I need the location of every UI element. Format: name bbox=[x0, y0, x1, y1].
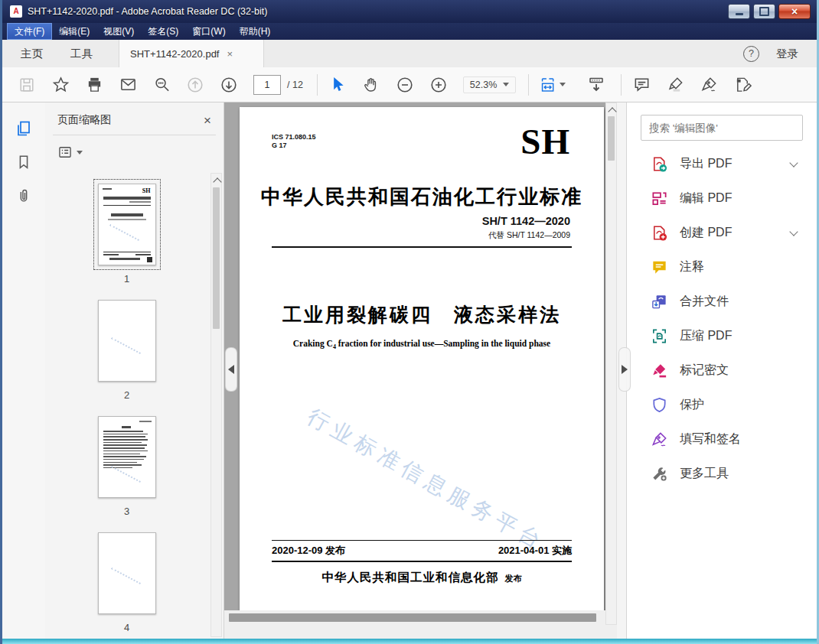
fill-sign-icon bbox=[650, 431, 668, 449]
tools-search-input[interactable] bbox=[641, 122, 802, 134]
minimize-icon bbox=[736, 13, 743, 15]
zoom-in-button[interactable] bbox=[429, 76, 448, 94]
toolbar-separator bbox=[528, 74, 529, 96]
rail-attachments-button[interactable] bbox=[2, 179, 45, 213]
tool-export-pdf[interactable]: 导出 PDF bbox=[627, 147, 817, 181]
hand-tool-button[interactable] bbox=[362, 76, 380, 94]
previous-page-button[interactable] bbox=[186, 76, 204, 94]
page-number-input[interactable] bbox=[253, 75, 281, 95]
close-button[interactable]: × bbox=[778, 4, 811, 19]
find-button[interactable] bbox=[152, 76, 171, 94]
tool-combine-files[interactable]: 合并文件 bbox=[627, 285, 817, 319]
thumbnail-page-4[interactable]: 4 bbox=[93, 528, 161, 633]
tool-label: 压缩 PDF bbox=[680, 328, 797, 344]
menu-help[interactable]: 帮助(H) bbox=[233, 23, 278, 40]
menu-file[interactable]: 文件(F) bbox=[7, 23, 52, 40]
triangle-right-icon bbox=[622, 365, 628, 374]
maximize-button[interactable] bbox=[753, 4, 775, 19]
comment-bubble-icon bbox=[633, 76, 651, 93]
zoom-level-dropdown[interactable]: 52.3% bbox=[463, 76, 516, 93]
minimize-button[interactable] bbox=[728, 4, 750, 19]
rail-bookmarks-button[interactable] bbox=[2, 145, 45, 179]
tab-tools[interactable]: 工具 bbox=[57, 40, 106, 67]
document-canvas[interactable]: ICS 71.080.15G 17 SH 中华人民共和国石油化工行业标准 SH/… bbox=[224, 102, 605, 610]
vertical-scrollbar-thumb[interactable] bbox=[608, 116, 615, 161]
main-toolbar: / 12 52.3% bbox=[2, 67, 817, 102]
tab-close-icon[interactable]: × bbox=[227, 48, 233, 60]
print-icon bbox=[86, 76, 103, 93]
zoom-out-button[interactable] bbox=[396, 76, 414, 94]
edit-document-icon bbox=[734, 76, 752, 93]
tool-comment[interactable]: 注释 bbox=[627, 250, 817, 285]
help-button[interactable]: ? bbox=[743, 46, 759, 62]
toolbar-separator bbox=[621, 74, 622, 96]
collapse-left-panel-button[interactable] bbox=[225, 347, 237, 392]
tool-compress-pdf[interactable]: 压缩 PDF bbox=[627, 319, 817, 353]
thumbnail-page-2[interactable]: 2 bbox=[93, 295, 161, 401]
fit-width-button[interactable] bbox=[540, 76, 566, 94]
menu-window[interactable]: 窗口(W) bbox=[185, 23, 232, 40]
reading-mode-button[interactable] bbox=[587, 76, 605, 94]
tool-create-pdf[interactable]: 创建 PDF bbox=[627, 216, 817, 250]
acrobat-app-icon: A bbox=[10, 5, 22, 18]
pane-footer bbox=[224, 625, 617, 639]
chevron-down-icon bbox=[560, 83, 566, 86]
footer-rule-top bbox=[272, 540, 572, 541]
edit-pdf-toolbar-button[interactable] bbox=[733, 76, 752, 94]
acrobat-window: A SHT+1142-2020.pdf - Adobe Acrobat Read… bbox=[0, 0, 819, 644]
collapse-right-panel-button[interactable] bbox=[618, 347, 631, 392]
chevron-down-icon bbox=[503, 83, 509, 86]
tool-fill-sign[interactable]: 填写和签名 bbox=[627, 422, 817, 457]
print-button[interactable] bbox=[85, 76, 103, 94]
login-button[interactable]: 登录 bbox=[776, 47, 798, 61]
toolbar-separator bbox=[317, 74, 318, 96]
document-horizontal-scrollbar[interactable] bbox=[224, 610, 605, 625]
export-pdf-icon bbox=[650, 155, 668, 174]
next-page-button[interactable] bbox=[220, 76, 238, 94]
publisher-line: 中华人民共和国工业和信息化部发布 bbox=[240, 570, 604, 586]
rail-page-thumbnails-button[interactable] bbox=[2, 112, 45, 145]
menu-edit[interactable]: 编辑(E) bbox=[52, 23, 96, 40]
document-title-en: Craking C4 fraction for industrial use—S… bbox=[240, 339, 604, 350]
plus-circle-icon bbox=[429, 76, 448, 94]
arrow-down-circle-icon bbox=[220, 76, 238, 94]
thumbnail-page-1[interactable]: SH bbox=[93, 179, 161, 285]
thumbnail-page-3[interactable]: 3 bbox=[93, 411, 161, 517]
fit-width-icon bbox=[540, 76, 557, 94]
tools-panel: 导出 PDF 编辑 PDF bbox=[626, 102, 817, 639]
select-tool-button[interactable] bbox=[328, 76, 347, 94]
tool-label: 更多工具 bbox=[680, 466, 797, 482]
save-button[interactable] bbox=[18, 76, 36, 94]
tool-protect[interactable]: 保护 bbox=[627, 388, 817, 422]
compress-pdf-icon bbox=[650, 327, 668, 346]
tab-home[interactable]: 主页 bbox=[7, 40, 57, 67]
document-vertical-scrollbar[interactable] bbox=[605, 102, 617, 625]
fill-sign-button[interactable] bbox=[700, 76, 718, 94]
ics-code: ICS 71.080.15G 17 bbox=[272, 133, 316, 150]
tool-label: 标记密文 bbox=[680, 363, 797, 379]
tool-more-tools[interactable]: 更多工具 bbox=[627, 457, 817, 491]
thumbnail-page-1-preview: SH bbox=[98, 184, 156, 265]
email-button[interactable] bbox=[119, 76, 137, 94]
tool-redact[interactable]: 标记密文 bbox=[627, 353, 817, 388]
tool-label: 保护 bbox=[680, 397, 797, 413]
tool-edit-pdf[interactable]: 编辑 PDF bbox=[627, 181, 817, 216]
tool-label: 编辑 PDF bbox=[680, 190, 797, 207]
scroll-up-icon[interactable] bbox=[609, 106, 615, 115]
watermark-text: 行业标准信息服务平台 bbox=[302, 402, 551, 558]
paperclip-icon bbox=[15, 187, 32, 204]
tool-label: 导出 PDF bbox=[680, 156, 791, 172]
menu-view[interactable]: 视图(V) bbox=[96, 23, 141, 40]
tools-search-box[interactable] bbox=[641, 115, 803, 141]
comment-button[interactable] bbox=[632, 76, 651, 94]
menu-sign[interactable]: 签名(S) bbox=[141, 23, 185, 40]
tab-document[interactable]: SHT+1142-2020.pdf × bbox=[119, 40, 264, 67]
highlight-button[interactable] bbox=[666, 76, 684, 94]
horizontal-scrollbar-thumb[interactable] bbox=[229, 613, 596, 622]
edit-pdf-icon bbox=[650, 190, 668, 208]
sh-logo: SH bbox=[520, 124, 570, 160]
page-thumbnails-icon bbox=[15, 119, 33, 138]
options-list-icon bbox=[57, 145, 73, 160]
combine-files-icon bbox=[650, 293, 668, 311]
favorite-button[interactable] bbox=[51, 76, 70, 94]
